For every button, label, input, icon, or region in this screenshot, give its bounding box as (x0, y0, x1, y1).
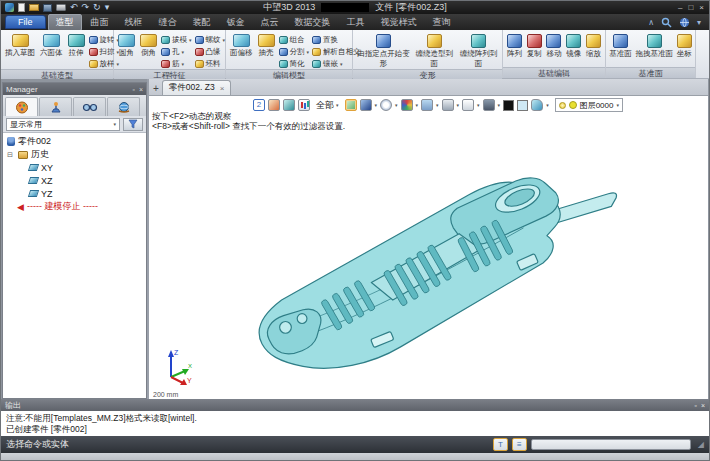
manager-float-button[interactable]: ▫ (132, 86, 134, 93)
highlight-color-swatch[interactable] (517, 100, 528, 111)
lip-icon (195, 48, 204, 56)
face-color-swatch[interactable] (503, 100, 514, 111)
move-button[interactable]: 移动 (546, 32, 561, 59)
menu-tab-tools[interactable]: 工具 (340, 15, 372, 30)
part-icon (7, 137, 15, 146)
pattern-icon (507, 34, 522, 48)
view-manager-tab[interactable] (107, 97, 140, 116)
tree-item-plane-xy[interactable]: XY (3, 161, 146, 174)
render-style-dropdown[interactable] (401, 99, 413, 111)
resize-grip[interactable]: ◢ (698, 440, 704, 449)
pattern-button[interactable]: 阵列 (507, 32, 522, 59)
filter-funnel-button[interactable] (123, 118, 143, 131)
display-mode-dropdown[interactable] (360, 99, 372, 111)
menu-tab-data-exchange[interactable]: 数据交换 (288, 15, 338, 30)
block-button[interactable]: 六面体 (39, 32, 64, 58)
new-file-icon[interactable] (18, 3, 25, 12)
face-offset-button[interactable]: 面偏移 (229, 32, 254, 58)
document-tab[interactable]: 零件002. Z3 × (162, 80, 232, 95)
open-file-icon[interactable] (29, 4, 39, 11)
tree-item-history-folder[interactable]: ⊟ 历史 (3, 148, 146, 161)
simplify-button[interactable]: 简化 (279, 58, 310, 69)
maximize-button[interactable]: □ (688, 3, 693, 12)
chevron-down-icon: ▾ (375, 102, 378, 108)
assembly-manager-tab[interactable] (39, 97, 72, 116)
collapse-expander-icon[interactable]: ⊟ (7, 151, 15, 159)
menu-tab-shape[interactable]: 造型 (48, 14, 82, 31)
fillet-button[interactable]: 圆角 (117, 32, 136, 58)
extrude-button[interactable]: 拉伸 (67, 32, 86, 58)
menu-tab-surface[interactable]: 曲面 (84, 15, 116, 30)
lip-button[interactable]: 凸缘 (195, 46, 226, 57)
view-orient-dropdown[interactable] (380, 99, 392, 111)
background-dropdown[interactable] (421, 99, 433, 111)
insert-sketch-button[interactable]: 插入草图 (4, 32, 36, 58)
screen-dropdown[interactable] (442, 99, 454, 111)
menu-tab-wireframe[interactable]: 线框 (118, 15, 150, 30)
solid-mode-icon[interactable] (283, 99, 295, 111)
morph-from-point-button[interactable]: 由指定点开始变形 (356, 32, 411, 69)
history-manager-tab[interactable] (5, 97, 38, 116)
visibility-manager-tab[interactable] (73, 97, 106, 116)
manager-close-button[interactable]: × (139, 86, 143, 93)
save-icon[interactable] (43, 4, 52, 12)
sketch-edit-icon[interactable] (268, 99, 280, 111)
menu-tab-sheet-metal[interactable]: 钣金 (220, 15, 252, 30)
status-list-toggle-button[interactable]: ≡ (512, 438, 527, 451)
shade-mode-button[interactable] (345, 99, 357, 111)
csys-button[interactable]: 坐标 (677, 32, 692, 59)
layer-dropdown[interactable]: 图层0000 ▾ (555, 98, 623, 112)
menu-tab-inquire[interactable]: 查询 (426, 15, 458, 30)
shell-button[interactable]: 抽壳 (257, 32, 276, 58)
tree-item-modeling-stop[interactable]: ◀ ----- 建模停止 ----- (3, 200, 146, 213)
output-float-button[interactable]: ▫ (694, 402, 696, 409)
search-icon[interactable] (661, 17, 672, 28)
tree-item-part-root[interactable]: 零件002 (3, 135, 146, 148)
display-filter-dropdown[interactable]: 显示常用 ▾ (6, 118, 120, 131)
minimize-button[interactable]: – (678, 3, 682, 12)
analysis-icon[interactable] (298, 99, 310, 111)
redo-icon[interactable]: ↷ (82, 3, 90, 12)
multi-view-dropdown[interactable] (483, 99, 495, 111)
menu-tab-visual-style[interactable]: 视觉样式 (374, 15, 424, 30)
undo-icon[interactable]: ↶ (70, 3, 78, 12)
drag-datum-plane-button[interactable]: 拖拽基准面 (635, 32, 673, 59)
graphics-canvas[interactable]: 2 全部 ▾ ▾ ▾ ▾ ▾ ▾ ▾ ▾ (149, 96, 708, 399)
rib-button[interactable]: 筋▾ (161, 58, 192, 69)
entity-filter-dropdown[interactable]: 全部 ▾ (316, 99, 339, 112)
input-panel-icon[interactable]: 2 (253, 99, 265, 111)
erase-tool-dropdown[interactable] (531, 99, 543, 111)
menu-tab-assembly[interactable]: 装配 (186, 15, 218, 30)
help-globe-icon[interactable] (679, 17, 690, 28)
regen-icon[interactable]: ↻ (93, 3, 101, 12)
draft-button[interactable]: 拔模▾ (161, 34, 192, 45)
new-document-tab-button[interactable]: + (153, 82, 159, 95)
collapse-ribbon-icon[interactable]: ∧ (648, 18, 654, 27)
wrap-array-to-face-button[interactable]: 缠绕阵列到面 (458, 32, 499, 69)
quick-access-more-icon[interactable]: ▾ (105, 3, 110, 12)
datum-plane-button[interactable]: 基准面 (609, 32, 632, 59)
mirror-button[interactable]: 镜像 (566, 32, 581, 59)
menu-tab-heal[interactable]: 缝合 (152, 15, 184, 30)
chamfer-button[interactable]: 倒角 (139, 32, 158, 58)
output-close-button[interactable]: × (701, 402, 705, 409)
tree-item-plane-yz[interactable]: YZ (3, 187, 146, 200)
thread-button[interactable]: 螺纹▾ (195, 34, 226, 45)
window-dropdown[interactable] (462, 99, 474, 111)
copy-button[interactable]: 复制 (527, 32, 542, 59)
print-icon[interactable] (56, 4, 66, 11)
divide-button[interactable]: 分割▾ (279, 46, 310, 57)
tree-item-plane-xz[interactable]: XZ (3, 174, 146, 187)
combine-button[interactable]: 组合 (279, 34, 310, 45)
wrap-to-face-button[interactable]: 缠绕造型到面 (414, 32, 455, 69)
menu-more-icon[interactable]: ▾ (697, 18, 701, 27)
part-model[interactable] (225, 132, 625, 392)
menu-tab-point-cloud[interactable]: 点云 (254, 15, 286, 30)
document-tab-close-icon[interactable]: × (220, 84, 225, 93)
hole-button[interactable]: 孔▾ (161, 46, 192, 57)
scale-button[interactable]: 缩放 (586, 32, 601, 59)
file-menu-button[interactable]: File (5, 15, 46, 29)
close-button[interactable]: × (699, 3, 704, 12)
stock-button[interactable]: 坯料 (195, 58, 226, 69)
status-text-toggle-button[interactable]: T (493, 438, 508, 451)
